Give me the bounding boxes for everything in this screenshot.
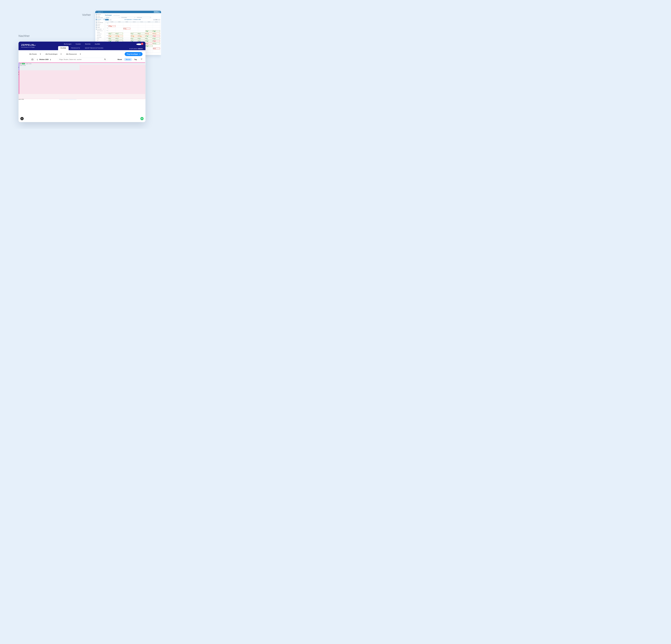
vorher-event[interactable]: 12:30–13:30PFÜNLL 0/0 xyxy=(116,35,123,37)
vorher-cell[interactable]: 12:30–13:30PFÜNLL 0/0 xyxy=(116,35,123,38)
vorher-event[interactable]: 15:30–16:00MAI 0/0 xyxy=(145,43,153,44)
vorher-cell[interactable] xyxy=(153,23,160,25)
vorher-cell[interactable]: 13:30 – PAMAI 0/2 xyxy=(108,38,116,40)
vorher-cell[interactable] xyxy=(153,45,160,48)
vorher-cell[interactable] xyxy=(130,23,138,25)
vorher-cell[interactable] xyxy=(145,48,153,50)
add-flight-button[interactable]: Flug hinzufügen+ xyxy=(125,52,142,56)
route-select[interactable]: Alle Routen xyxy=(29,53,41,55)
vorher-cell[interactable]: 13:30 – PAMAI 0/2 xyxy=(116,38,123,40)
vorher-event[interactable]: 15:30–16:30PFÜNLL 0/2 xyxy=(153,43,160,44)
vorher-cell[interactable] xyxy=(138,25,145,28)
vorher-cell[interactable]: 17:00–18:00MATZ 0/0 xyxy=(153,48,160,50)
vorher-sidebar-item[interactable]: Personen xyxy=(95,23,104,25)
vorher-jump-icon[interactable]: ⧉ xyxy=(153,19,155,21)
vorher-event[interactable]: 12:30–13:15BOD 0/2 xyxy=(109,35,116,37)
lengths-select[interactable]: Alle Routenlängen xyxy=(46,53,62,55)
next-period-button[interactable]: ❯ xyxy=(49,59,52,60)
vorher-cell[interactable]: 12:30–13:15BOD 0/2 xyxy=(108,35,116,38)
vorher-cell[interactable]: 14:30–15:30BOD 0/0 xyxy=(153,40,160,43)
vorher-sidebar-subitem[interactable]: Routen xyxy=(95,38,104,40)
vorher-month-toggle[interactable]: Monat xyxy=(109,19,112,21)
vorher-cell[interactable] xyxy=(108,30,116,33)
vorher-event[interactable]: 13:30–14:45LIN 0/2 xyxy=(131,38,138,39)
vorher-cell[interactable]: 12:30–13:15PFÜNLL 0/6 xyxy=(138,35,145,38)
vorher-event[interactable]: 14:30–15:30BOD 0/2 xyxy=(145,40,153,42)
primary-nav-item[interactable]: Berichte xyxy=(85,43,90,45)
secondary-nav-tab[interactable]: FLÜGE xyxy=(58,46,68,50)
vorher-cell[interactable]: 14:30–15:30BOD 0/2 xyxy=(145,40,153,43)
vorher-cell[interactable]: 12:30–13:30PFÜNLL 0/0 xyxy=(130,35,138,38)
vorher-cell[interactable]: 15:30–16:00MAI 0/0 xyxy=(145,42,153,45)
search-input[interactable] xyxy=(59,59,104,60)
vorher-view-toggle[interactable]: Woche Monat xyxy=(105,19,112,21)
vorher-event[interactable]: 11:00–12:00 PAMAI 0/2 xyxy=(109,33,116,34)
vorher-sidebar-item[interactable]: Check-In xyxy=(95,20,104,22)
vorher-event[interactable]: 12:00–12:30BOD 0/0 xyxy=(153,35,160,37)
vorher-sidebar-item[interactable]: Kundenzählungen xyxy=(95,22,104,23)
vorher-cell[interactable] xyxy=(116,28,123,30)
vorher-event[interactable]: 13:30–14:45LIN 0/4 xyxy=(138,38,145,39)
vorher-cell[interactable] xyxy=(138,30,145,33)
vorher-sidebar-item[interactable]: Buchungen xyxy=(95,18,104,20)
vorher-sidebar-subitem[interactable]: Produkte xyxy=(95,31,104,33)
vorher-sidebar-item[interactable]: Detaillierte Fehler xyxy=(95,17,104,18)
notification-badge[interactable]: 3 xyxy=(141,43,143,45)
vorher-sidebar-subitem[interactable]: Ressourcen xyxy=(95,35,104,36)
vorher-cell[interactable] xyxy=(116,25,123,28)
vorher-lengths-select[interactable]: Alle Routenlängen▾ xyxy=(121,17,136,18)
vorher-sidebar-item[interactable]: Berichte xyxy=(95,25,104,27)
vorher-cell[interactable]: 15:30–16:30PFÜNLL 0/2 xyxy=(153,42,160,45)
vorher-cell[interactable] xyxy=(145,23,153,25)
vorher-cell[interactable]: 10:00–11:00LIN 12/0 xyxy=(153,30,160,33)
vorher-event[interactable]: 11:00 – PAMAI 0/2 xyxy=(138,33,145,34)
vorher-cell[interactable] xyxy=(123,25,130,28)
vorher-event[interactable]: 11:00–12:00MAI 0/2 xyxy=(116,33,123,34)
vorher-cell[interactable] xyxy=(153,25,160,28)
filters-icon[interactable] xyxy=(140,58,142,61)
vorher-sidebar-subitem[interactable]: Orte xyxy=(95,40,104,41)
vorher-cell[interactable] xyxy=(108,23,116,25)
vorher-cell[interactable] xyxy=(145,25,153,28)
search-icon[interactable] xyxy=(104,59,106,61)
vorher-cell[interactable] xyxy=(123,30,130,33)
vorher-cell[interactable]: 9:00–10:00BLOCK 0/0 xyxy=(123,28,130,30)
vorher-cell[interactable] xyxy=(145,50,153,53)
vorher-event[interactable]: 16:30–17:30BOD 0/2 xyxy=(145,45,153,47)
vorher-week-toggle[interactable]: Woche xyxy=(105,19,109,21)
user-avatar[interactable]: MR xyxy=(140,117,143,120)
vorher-event[interactable]: 17:00–18:00MATZ 0/0 xyxy=(153,48,160,49)
vorher-cell[interactable]: 10:00–11:00MAI 0/2 xyxy=(145,30,153,33)
calendar-cell[interactable]: LIN8/1408:00–11:00 xyxy=(76,71,94,74)
vorher-event[interactable]: 13:30 – PAMAI 0/2 xyxy=(116,38,123,39)
vorher-cell[interactable] xyxy=(116,23,123,25)
vorher-sidebar-item[interactable]: Einstellungen▾ xyxy=(95,28,104,30)
vorher-sidebar-subitem[interactable]: Arrangements xyxy=(95,33,104,35)
vorher-cell[interactable] xyxy=(145,28,153,30)
resources-select[interactable]: Alle Ressourcen xyxy=(66,53,81,55)
vorher-cell[interactable]: 8:00–9:00BLOCK 0/0 xyxy=(108,25,116,28)
vorher-event[interactable]: 11:15–12:00PFÜNLL 0/0 xyxy=(145,33,153,34)
calendar-event[interactable]: LIN8/1212:00–13:00 xyxy=(19,63,145,65)
vorher-event[interactable]: 12:30–13:15PFÜNLL 0/6 xyxy=(138,35,145,37)
vorher-event[interactable]: 11:00–11:40PFÜNLL 0/6 xyxy=(153,33,160,34)
vorher-prev-btn[interactable]: ‹ xyxy=(158,19,159,21)
vorher-event[interactable]: 10:00–11:00LIN 12/0 xyxy=(153,30,160,32)
vorher-event[interactable]: 13:30–14:20LIN 12/0 xyxy=(153,38,160,39)
vorher-cell[interactable]: 11:00–12:00 PAMAI 0/2 xyxy=(108,33,116,35)
view-month[interactable]: Monat xyxy=(116,58,124,61)
vorher-cell[interactable] xyxy=(138,28,145,30)
vorher-sidebar-item[interactable]: Dashboard xyxy=(95,14,104,15)
vorher-event[interactable]: 13:30 – PAMAI 0/2 xyxy=(109,38,116,39)
calendar-body[interactable]: 6:007:0012/1207:00–16:008:00MAI8/1408:00… xyxy=(18,66,145,100)
vorher-cell[interactable]: 13:30–14:20LIN 12/0 xyxy=(153,38,160,40)
vorher-cell[interactable] xyxy=(153,50,160,53)
vorher-event[interactable]: 14:30–15:30BOD 0/0 xyxy=(153,40,160,42)
vorher-next-btn[interactable]: › xyxy=(159,19,160,21)
vorher-cell[interactable] xyxy=(123,35,130,38)
prev-period-button[interactable]: ❮ xyxy=(36,59,38,60)
calendar-icon-button[interactable] xyxy=(30,57,34,62)
vorher-cell[interactable] xyxy=(123,33,130,35)
vorher-event[interactable]: 12:30–13:30BOD 0/2 xyxy=(145,35,153,37)
vorher-cell[interactable]: 11:00–12:00MAI 0/2 xyxy=(130,33,138,35)
